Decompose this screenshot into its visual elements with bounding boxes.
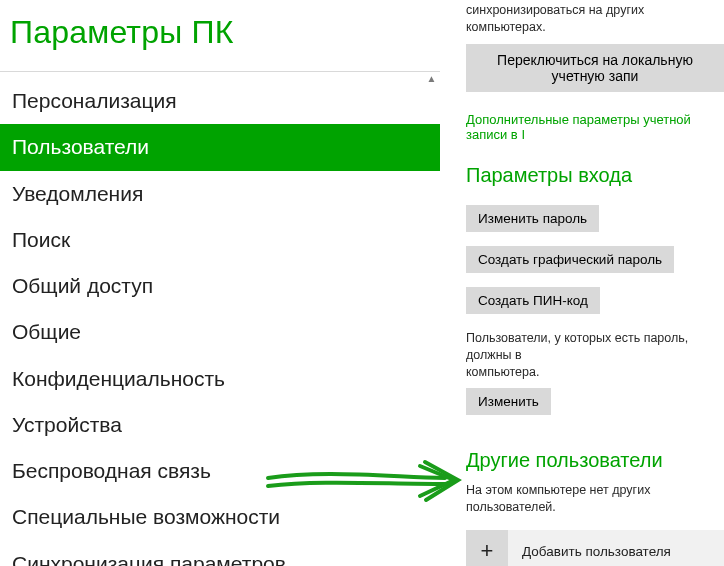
change-password-button[interactable]: Изменить пароль [466, 205, 599, 232]
sidebar-item-accessibility[interactable]: Специальные возможности [0, 494, 440, 540]
password-note-line1: Пользователи, у которых есть пароль, дол… [466, 331, 688, 362]
sidebar-item-users[interactable]: Пользователи [0, 124, 440, 170]
no-other-users-note: На этом компьютере нет других пользовате… [466, 482, 724, 516]
content-pane: синхронизироваться на других компьютерах… [440, 0, 724, 566]
scrollbar[interactable]: ▲ [423, 70, 440, 566]
sidebar-item-general[interactable]: Общие [0, 309, 440, 355]
sidebar: Параметры ПК Персонализация Пользователи… [0, 0, 440, 566]
sidebar-item-privacy[interactable]: Конфиденциальность [0, 356, 440, 402]
change-button[interactable]: Изменить [466, 388, 551, 415]
signin-options-heading: Параметры входа [466, 164, 724, 187]
divider [0, 71, 440, 72]
scroll-up-icon[interactable]: ▲ [423, 70, 440, 87]
sidebar-item-share[interactable]: Общий доступ [0, 263, 440, 309]
sidebar-item-wireless[interactable]: Беспроводная связь [0, 448, 440, 494]
password-required-note: Пользователи, у которых есть пароль, дол… [466, 330, 724, 381]
sidebar-item-personalization[interactable]: Персонализация [0, 78, 440, 124]
page-title: Параметры ПК [0, 0, 440, 71]
sync-note: синхронизироваться на других компьютерах… [466, 2, 724, 36]
password-note-line2: компьютера. [466, 365, 539, 379]
add-user-button[interactable]: + Добавить пользователя [466, 530, 724, 566]
other-users-heading: Другие пользователи [466, 449, 724, 472]
switch-local-account-button[interactable]: Переключиться на локальную учетную запи [466, 44, 724, 92]
create-picture-password-button[interactable]: Создать графический пароль [466, 246, 674, 273]
sidebar-item-notifications[interactable]: Уведомления [0, 171, 440, 217]
sidebar-item-devices[interactable]: Устройства [0, 402, 440, 448]
add-user-label: Добавить пользователя [508, 544, 671, 559]
create-pin-button[interactable]: Создать ПИН-код [466, 287, 600, 314]
sidebar-item-sync[interactable]: Синхронизация параметров [0, 541, 440, 567]
sidebar-item-search[interactable]: Поиск [0, 217, 440, 263]
plus-icon: + [466, 530, 508, 566]
more-account-settings-link[interactable]: Дополнительные параметры учетной записи … [466, 112, 724, 142]
